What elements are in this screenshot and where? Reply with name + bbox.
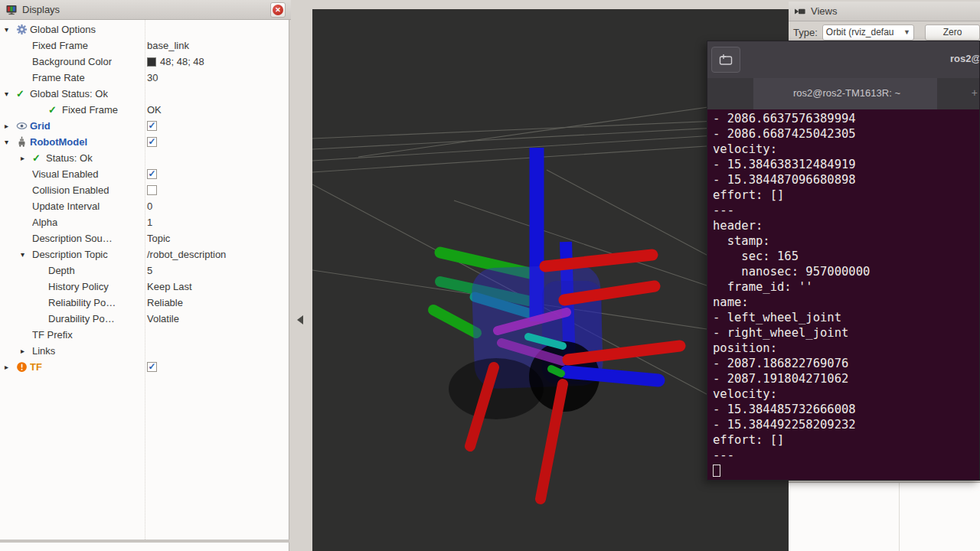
views-camera-icon bbox=[794, 6, 806, 17]
display-row-links[interactable]: ▸Links bbox=[0, 343, 289, 359]
displays-close-button[interactable]: ✕ bbox=[270, 2, 286, 18]
display-row-description-topic[interactable]: ▾Description Topic/robot_description bbox=[0, 246, 289, 262]
display-row-durability-po[interactable]: Durability Po…Volatile bbox=[0, 311, 289, 327]
display-row-depth[interactable]: Depth5 bbox=[0, 262, 289, 279]
terminal-line: nanosec: 957000000 bbox=[713, 264, 979, 279]
property-label: Visual Enabled bbox=[32, 166, 99, 182]
display-row-alpha[interactable]: Alpha1 bbox=[0, 214, 289, 230]
view-type-dropdown[interactable]: Orbit (rviz_defau ▼ bbox=[822, 24, 914, 41]
property-label: Collision Enabled bbox=[32, 182, 109, 198]
display-row-fixed-frame[interactable]: ✓Fixed FrameOK bbox=[0, 102, 289, 118]
property-label: TF bbox=[30, 359, 42, 375]
property-value[interactable]: 48; 48; 48 bbox=[160, 54, 204, 70]
display-row-global-status-ok[interactable]: ▾✓Global Status: Ok bbox=[0, 86, 289, 102]
expander-icon[interactable]: ▾ bbox=[5, 21, 16, 37]
property-value[interactable]: Keep Last bbox=[147, 279, 192, 295]
panel-splitter[interactable] bbox=[289, 0, 312, 551]
property-value[interactable]: 0 bbox=[147, 198, 152, 214]
display-row-visual-enabled[interactable]: Visual Enabled✓ bbox=[0, 166, 289, 182]
terminal-line: header: bbox=[713, 218, 979, 233]
terminal-line: --- bbox=[713, 448, 979, 463]
expander-icon[interactable]: ▸ bbox=[21, 343, 32, 359]
terminal-line: position: bbox=[713, 341, 979, 356]
display-row-update-interval[interactable]: Update Interval0 bbox=[0, 198, 289, 214]
display-row-background-color[interactable]: Background Color48; 48; 48 bbox=[0, 54, 289, 70]
property-value[interactable]: OK bbox=[147, 102, 162, 118]
property-label: Description Sou… bbox=[32, 230, 113, 246]
terminal-titlebar[interactable]: ros2@ bbox=[707, 41, 979, 78]
views-type-row: Type: Orbit (rviz_defau ▼ Zero bbox=[789, 22, 980, 42]
checkbox[interactable]: ✓ bbox=[147, 121, 157, 131]
property-value[interactable]: Topic bbox=[147, 230, 170, 246]
property-value[interactable]: /robot_description bbox=[147, 246, 226, 262]
display-row-history-policy[interactable]: History PolicyKeep Last bbox=[0, 279, 289, 295]
property-value[interactable]: Volatile bbox=[147, 311, 179, 327]
collapse-left-icon[interactable] bbox=[297, 315, 303, 324]
robot-model bbox=[433, 148, 680, 499]
display-row-collision-enabled[interactable]: Collision Enabled bbox=[0, 182, 289, 198]
axis-z-blue bbox=[567, 372, 658, 380]
display-row-fixed-frame[interactable]: Fixed Framebase_link bbox=[0, 37, 289, 54]
terminal-line: - 2086.6637576389994 bbox=[713, 111, 979, 126]
expander-icon[interactable]: ▾ bbox=[5, 134, 16, 150]
new-tab-icon bbox=[718, 54, 733, 66]
checkbox[interactable] bbox=[147, 185, 157, 195]
display-row-status-ok[interactable]: ▸✓Status: Ok bbox=[0, 150, 289, 166]
property-label: RobotModel bbox=[30, 134, 87, 150]
terminal-line: - left_wheel_joint bbox=[713, 310, 979, 325]
terminal-window: ros2@ ros2@ros2-TM1613R: ~ + - 2086.6637… bbox=[707, 41, 980, 481]
terminal-output[interactable]: - 2086.6637576389994- 2086.6687425042305… bbox=[707, 109, 979, 479]
property-label: Status: Ok bbox=[46, 150, 93, 166]
expander-icon[interactable]: ▸ bbox=[21, 150, 32, 166]
axis-y-green bbox=[551, 369, 561, 373]
display-row-tf[interactable]: ▸TF✓ bbox=[0, 359, 289, 375]
checkbox[interactable]: ✓ bbox=[147, 137, 157, 147]
zero-button[interactable]: Zero bbox=[925, 24, 980, 41]
eye-icon bbox=[16, 120, 30, 132]
chevron-down-icon: ▼ bbox=[903, 28, 910, 36]
new-tab-button[interactable] bbox=[711, 47, 740, 73]
type-label: Type: bbox=[793, 27, 818, 38]
property-label: Global Status: Ok bbox=[30, 86, 108, 102]
display-row-frame-rate[interactable]: Frame Rate30 bbox=[0, 70, 289, 86]
property-label: Fixed Frame bbox=[62, 102, 118, 118]
property-value[interactable]: Reliable bbox=[147, 295, 183, 311]
color-swatch[interactable] bbox=[147, 57, 156, 67]
expander-icon[interactable]: ▸ bbox=[5, 359, 16, 375]
checkbox[interactable]: ✓ bbox=[147, 362, 157, 372]
terminal-line: velocity: bbox=[713, 142, 979, 157]
expander-icon[interactable]: ▸ bbox=[5, 118, 16, 134]
displays-panel-titlebar[interactable]: Displays ✕ bbox=[0, 0, 291, 20]
display-row-robotmodel[interactable]: ▾RobotModel✓ bbox=[0, 134, 289, 150]
bottom-panel-strip bbox=[0, 543, 289, 551]
terminal-line: - 15.384487096680898 bbox=[713, 172, 979, 187]
display-row-reliability-po[interactable]: Reliability Po…Reliable bbox=[0, 295, 289, 311]
views-panel-titlebar[interactable]: Views bbox=[789, 2, 980, 21]
property-label: Background Color bbox=[32, 54, 112, 70]
property-value[interactable]: base_link bbox=[147, 37, 189, 54]
terminal-line: name: bbox=[713, 295, 979, 310]
display-row-grid[interactable]: ▸Grid✓ bbox=[0, 118, 289, 134]
plus-icon[interactable]: + bbox=[972, 86, 978, 99]
property-value[interactable]: 5 bbox=[147, 262, 152, 279]
display-row-tf-prefix[interactable]: TF Prefix bbox=[0, 327, 289, 343]
display-row-global-options[interactable]: ▾Global Options bbox=[0, 21, 289, 37]
checkbox[interactable]: ✓ bbox=[147, 169, 157, 179]
property-label: Fixed Frame bbox=[32, 37, 88, 54]
expander-icon[interactable]: ▾ bbox=[21, 246, 32, 262]
displays-panel: Displays ✕ ▾Global OptionsFixed Framebas… bbox=[0, 0, 291, 551]
display-row-description-sou[interactable]: Description Sou…Topic bbox=[0, 230, 289, 246]
property-label: Grid bbox=[30, 118, 51, 134]
views-list-area[interactable] bbox=[789, 482, 980, 551]
terminal-line: - 2087.191804271062 bbox=[713, 371, 979, 386]
property-value[interactable]: 30 bbox=[147, 70, 158, 86]
terminal-line: velocity: bbox=[713, 386, 979, 402]
terminal-line: sec: 165 bbox=[713, 249, 979, 264]
expander-icon[interactable]: ▾ bbox=[5, 86, 16, 102]
property-value[interactable]: 1 bbox=[147, 214, 152, 230]
terminal-line: - 15.384492258209232 bbox=[713, 417, 979, 432]
property-label: Update Interval bbox=[32, 198, 100, 214]
gear-icon bbox=[16, 24, 30, 35]
close-icon: ✕ bbox=[273, 5, 283, 15]
displays-tree[interactable]: ▾Global OptionsFixed Framebase_linkBackg… bbox=[0, 20, 289, 540]
